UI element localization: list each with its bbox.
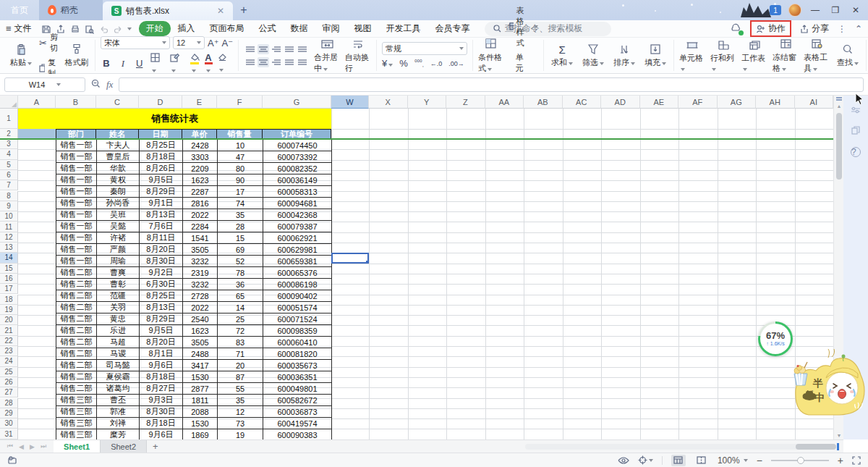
row-header-6[interactable]: 6 xyxy=(0,170,18,180)
column-header-W[interactable]: W xyxy=(331,96,369,109)
column-header-AC[interactable]: AC xyxy=(563,96,602,109)
table-style-button[interactable]: 表格样式 xyxy=(509,5,538,49)
cell[interactable]: 72 xyxy=(218,325,263,337)
borders-button[interactable] xyxy=(150,53,166,75)
cell[interactable]: 夏侯霸 xyxy=(97,371,140,383)
column-header-C[interactable]: C xyxy=(96,96,139,109)
paste-button[interactable]: 粘贴 xyxy=(8,43,34,68)
bold-button[interactable]: B xyxy=(101,58,112,69)
cell[interactable]: 47 xyxy=(218,151,263,163)
table-header-姓名[interactable]: 姓名 xyxy=(96,129,139,139)
collapse-ribbon-icon[interactable]: ⌃ xyxy=(855,24,862,34)
cell[interactable]: 销售一部 xyxy=(56,256,97,267)
decrease-decimal-icon[interactable]: .00→ xyxy=(448,60,464,67)
cell[interactable]: 8月29日 xyxy=(140,314,183,325)
cells-button[interactable]: 单元格 xyxy=(679,38,705,72)
align-right-button[interactable] xyxy=(271,57,282,67)
panel-copy-icon[interactable] xyxy=(843,126,868,137)
cell[interactable]: 曹爽 xyxy=(97,267,140,279)
cell[interactable]: 1623 xyxy=(183,174,218,186)
cell[interactable]: 3232 xyxy=(183,279,218,290)
cell[interactable]: 糜芳 xyxy=(97,429,140,440)
minimize-button[interactable]: — xyxy=(809,5,822,15)
cell[interactable]: 销售三部 xyxy=(56,395,97,406)
cell[interactable]: 600042368 xyxy=(263,209,332,221)
cell[interactable]: 吴班 xyxy=(97,209,140,221)
cell[interactable]: 600036351 xyxy=(263,371,332,383)
cell[interactable]: 9月3日 xyxy=(140,395,183,406)
cell[interactable]: 9月5日 xyxy=(140,325,183,337)
cell[interactable]: 600060410 xyxy=(263,337,332,348)
collaborate-button[interactable]: 协作 xyxy=(750,20,791,37)
row-header-11[interactable]: 11 xyxy=(0,222,18,232)
cell[interactable]: 600082352 xyxy=(263,163,332,174)
cell[interactable]: 乐进 xyxy=(97,325,140,337)
row-header-14[interactable]: 14 xyxy=(0,253,18,263)
cell[interactable]: 范疆 xyxy=(97,290,140,302)
cell[interactable]: 7月6日 xyxy=(140,221,183,232)
zoom-level-button[interactable]: 100% xyxy=(718,455,748,466)
zoom-slider-handle[interactable] xyxy=(797,457,804,464)
cell[interactable]: 2022 xyxy=(183,209,218,221)
cell[interactable]: 2728 xyxy=(183,290,218,302)
cell[interactable]: 600074450 xyxy=(263,140,332,151)
cell[interactable]: 1811 xyxy=(183,395,218,406)
cell[interactable]: 销售二部 xyxy=(56,383,97,395)
menu-item-审阅[interactable]: 审阅 xyxy=(315,21,347,36)
cell[interactable]: 600090402 xyxy=(263,290,332,302)
row-header-21[interactable]: 21 xyxy=(0,325,18,335)
fullscreen-icon[interactable] xyxy=(852,456,861,465)
row-header-22[interactable]: 22 xyxy=(0,336,18,346)
column-header-AA[interactable]: AA xyxy=(485,96,524,109)
cell[interactable]: 销售二部 xyxy=(56,360,97,371)
cell[interactable]: 8月25日 xyxy=(140,140,183,151)
cell[interactable]: 2319 xyxy=(183,267,218,279)
cell[interactable]: 600058313 xyxy=(263,186,332,198)
menu-item-开发工具[interactable]: 开发工具 xyxy=(379,21,428,36)
cell[interactable]: 8月27日 xyxy=(140,383,183,395)
cell[interactable]: 28 xyxy=(218,221,263,232)
sort-button[interactable]: 排序 xyxy=(611,43,637,68)
column-header-Y[interactable]: Y xyxy=(408,96,447,109)
cell[interactable]: 销售一部 xyxy=(56,221,97,232)
cell[interactable]: 销售三部 xyxy=(56,406,97,418)
row-header-13[interactable]: 13 xyxy=(0,243,18,253)
cell[interactable]: 2877 xyxy=(183,383,218,395)
cell[interactable]: 8月30日 xyxy=(140,256,183,267)
tab-document[interactable]: S 销售表.xlsx ✕ xyxy=(103,1,233,20)
row-header-1[interactable]: 1 xyxy=(0,109,18,129)
cell[interactable]: 孙尚香 xyxy=(97,198,140,209)
table-header-订单编号[interactable]: 订单编号 xyxy=(263,129,331,139)
cell[interactable]: 销售二部 xyxy=(56,314,97,325)
currency-icon[interactable]: ¥ xyxy=(382,58,393,69)
cell[interactable]: 74 xyxy=(218,198,263,209)
cell[interactable]: 曹丕 xyxy=(97,395,140,406)
row-header-25[interactable]: 25 xyxy=(0,367,18,377)
sheet-title-cell[interactable]: 销售统计表 xyxy=(18,109,331,129)
cell[interactable]: 销售一部 xyxy=(56,198,97,209)
cell[interactable]: 销售一部 xyxy=(56,232,97,244)
cell[interactable]: 马超 xyxy=(97,337,140,348)
cell[interactable]: 3505 xyxy=(183,244,218,256)
row-header-10[interactable]: 10 xyxy=(0,211,18,222)
align-justify-button[interactable] xyxy=(284,57,295,67)
eraser-button[interactable] xyxy=(218,54,233,74)
column-header-G[interactable]: G xyxy=(263,96,331,109)
align-middle-button[interactable] xyxy=(258,44,269,54)
cell[interactable]: 8月18日 xyxy=(140,371,183,383)
cell[interactable]: 8月18日 xyxy=(140,151,183,163)
cut-button[interactable]: ✂剪切 xyxy=(39,32,59,54)
row-header-31[interactable]: 31 xyxy=(0,429,18,439)
sliders-icon[interactable] xyxy=(843,106,868,116)
cell[interactable]: 600079387 xyxy=(263,221,332,232)
cell[interactable]: 6月30日 xyxy=(140,279,183,290)
cell[interactable]: 73 xyxy=(218,418,263,429)
comma-style-icon[interactable]: ⁰⁰⁰, xyxy=(414,59,424,68)
selection-mode-icon[interactable] xyxy=(638,455,653,465)
row-header-20[interactable]: 20 xyxy=(0,315,18,325)
cell[interactable]: 600073392 xyxy=(263,151,332,163)
macro-record-icon[interactable] xyxy=(7,455,17,465)
cell[interactable]: 25 xyxy=(218,314,263,325)
cell[interactable]: 600035673 xyxy=(263,360,332,371)
column-header-AI[interactable]: AI xyxy=(795,96,834,109)
